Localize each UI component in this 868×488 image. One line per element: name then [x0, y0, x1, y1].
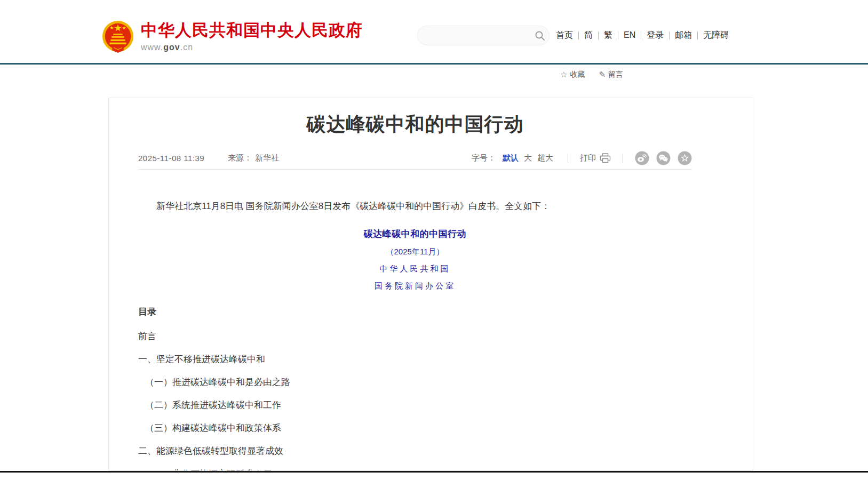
bottom-whitespace: [0, 473, 868, 488]
page: 中华人民共和国中央人民政府 www.gov.cn 首页 简 繁 EN 登录: [0, 0, 868, 488]
article-lead: 新华社北京11月8日电 国务院新闻办公室8日发布《碳达峰碳中和的中国行动》白皮书…: [138, 199, 692, 214]
toc-item: （一）推进碳达峰碳中和是必由之路: [138, 378, 692, 387]
font-size-large[interactable]: 大: [524, 153, 532, 163]
toc-item: 前言: [138, 332, 692, 341]
nav-separator: [669, 31, 670, 39]
top-nav: 首页 简 繁 EN 登录 邮箱 无障碍: [556, 29, 729, 42]
font-size-xlarge[interactable]: 超大: [537, 153, 553, 163]
site-logo-link[interactable]: 中华人民共和国中央人民政府 www.gov.cn: [101, 20, 363, 54]
nav-item-simplified[interactable]: 简: [584, 29, 593, 42]
nav-item-mail[interactable]: 邮箱: [675, 29, 692, 42]
nav-item-login[interactable]: 登录: [647, 29, 664, 42]
star-outline-icon: ☆: [560, 70, 567, 79]
site-url-domain: gov: [163, 43, 180, 52]
search-input[interactable]: [427, 28, 533, 44]
toc-item: 一、坚定不移推进碳达峰碳中和: [138, 355, 692, 364]
nav-item-home[interactable]: 首页: [556, 29, 573, 42]
article-title: 碳达峰碳中和的中国行动: [138, 111, 692, 137]
toc-item: 二、能源绿色低碳转型取得显著成效: [138, 446, 692, 455]
nav-item-accessibility[interactable]: 无障碍: [703, 29, 729, 42]
nav-separator: [697, 31, 698, 39]
nav-separator: [641, 31, 641, 39]
nav-item-english[interactable]: EN: [624, 29, 635, 42]
font-size-label: 字号：: [472, 153, 496, 163]
favorite-label: 收藏: [570, 70, 585, 79]
site-header: 中华人民共和国中央人民政府 www.gov.cn 首页 简 繁 EN 登录: [0, 0, 868, 63]
nav-separator: [618, 31, 618, 39]
toc-item: （二）系统推进碳达峰碳中和工作: [138, 401, 692, 410]
message-button[interactable]: ✎ 留言: [599, 70, 623, 79]
star-share-icon[interactable]: [678, 151, 692, 165]
weibo-share-icon[interactable]: [635, 151, 649, 165]
search-button[interactable]: [533, 27, 546, 45]
site-title[interactable]: 中华人民共和国中央人民政府: [141, 21, 363, 39]
search-box: [417, 26, 550, 45]
nav-item-traditional[interactable]: 繁: [604, 29, 612, 42]
print-label: 打印: [580, 153, 596, 163]
printer-icon: [600, 153, 611, 163]
article-meta: 2025-11-08 11:39 来源： 新华社 字号： 默认 大 超大 打印: [138, 155, 692, 170]
document-title: 碳达峰碳中和的中国行动: [138, 228, 692, 240]
site-url-suffix: .cn: [180, 43, 193, 52]
search-icon: [535, 30, 545, 41]
document-date: （2025年11月）: [138, 247, 692, 257]
print-button[interactable]: 打印: [580, 153, 611, 163]
message-label: 留言: [608, 70, 623, 79]
page-actions: ☆ 收藏 ✎ 留言: [560, 70, 623, 79]
article-date: 2025-11-08 11:39: [138, 154, 204, 163]
meta-separator: [623, 154, 623, 163]
site-url: www.gov.cn: [141, 43, 363, 52]
nav-separator: [578, 31, 579, 39]
toc-item: （三）构建碳达峰碳中和政策体系: [138, 423, 692, 433]
meta-left: 2025-11-08 11:39 来源： 新华社: [138, 153, 279, 163]
header-divider: [0, 63, 868, 65]
document-org-line1: 中华人民共和国: [138, 264, 692, 274]
viewport-bottom-edge: [0, 471, 868, 473]
nav-separator: [598, 31, 599, 39]
national-emblem-icon: [101, 20, 134, 54]
article-source: 新华社: [255, 153, 279, 163]
pencil-icon: ✎: [599, 70, 606, 79]
article-card: 碳达峰碳中和的中国行动 2025-11-08 11:39 来源： 新华社 字号：…: [108, 98, 753, 471]
meta-separator: [568, 154, 568, 163]
document-org-line2: 国务院新闻办公室: [138, 281, 692, 291]
font-size-default[interactable]: 默认: [503, 153, 519, 163]
meta-right: 字号： 默认 大 超大 打印: [472, 151, 692, 165]
wechat-share-icon[interactable]: [656, 151, 671, 165]
toc-title: 目录: [138, 306, 692, 318]
favorite-button[interactable]: ☆ 收藏: [560, 70, 585, 79]
share-icons: [635, 151, 692, 165]
site-url-prefix: www.: [141, 43, 163, 52]
document-heading: 碳达峰碳中和的中国行动 （2025年11月） 中华人民共和国 国务院新闻办公室: [138, 228, 692, 291]
source-label: 来源：: [228, 153, 252, 163]
brand-text: 中华人民共和国中央人民政府 www.gov.cn: [141, 20, 363, 52]
